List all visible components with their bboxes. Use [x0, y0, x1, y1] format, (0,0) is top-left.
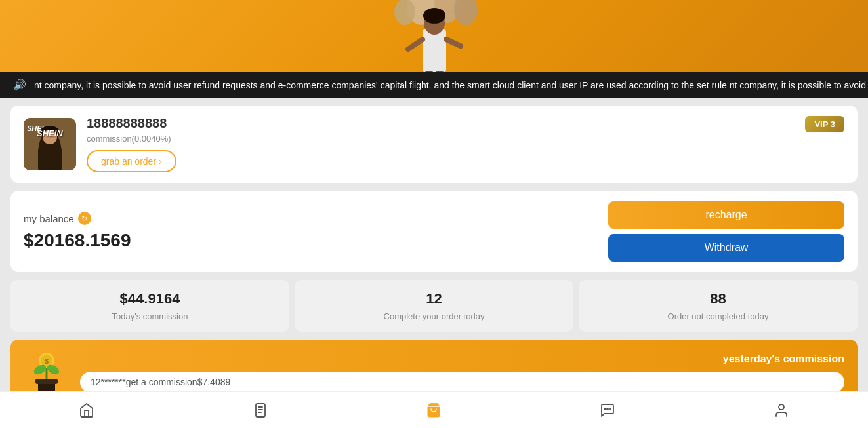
balance-actions: recharge Withdraw — [608, 201, 844, 262]
balance-label: my balance ↻ — [24, 212, 131, 225]
chevron-right-icon: › — [159, 156, 162, 166]
withdraw-button[interactable]: Withdraw — [608, 234, 844, 262]
svg-rect-8 — [423, 29, 446, 72]
commission-ticker: 12*******get a commission$7.4089 — [80, 372, 844, 393]
stat-card-completed: 12 Complete your order today — [295, 280, 573, 332]
recharge-button[interactable]: recharge — [608, 201, 844, 229]
nav-item-shop[interactable] — [412, 399, 455, 421]
svg-rect-14 — [436, 71, 444, 72]
home-icon — [78, 402, 95, 419]
commission-title: yesterday's commission — [80, 353, 844, 365]
main-content: SHEIN SHEIN 18888888888 commission(0.004… — [0, 98, 868, 428]
stat-card-not-completed: 88 Order not completed today — [579, 280, 858, 332]
plant-icon: $ — [24, 350, 70, 396]
orders-icon — [252, 402, 269, 419]
svg-point-3 — [394, 0, 415, 25]
not-completed-value: 88 — [592, 290, 844, 307]
completed-value: 12 — [308, 290, 560, 307]
support-icon — [599, 402, 616, 419]
svg-line-11 — [408, 39, 423, 49]
svg-text:$: $ — [45, 357, 49, 365]
commission-ticker-text: 12*******get a commission$7.4089 — [91, 377, 230, 387]
svg-point-2 — [454, 0, 478, 26]
profile-avatar: SHEIN SHEIN — [24, 118, 76, 170]
vip-badge: VIP 3 — [805, 116, 844, 132]
avatar-image: SHEIN SHEIN — [24, 118, 76, 170]
brand-label: SHEIN — [37, 128, 63, 138]
nav-item-profile[interactable] — [760, 399, 803, 421]
stat-card-commission: $44.9164 Today's commission — [10, 280, 289, 332]
marquee-banner: 🔊 nt company, it is possible to avoid us… — [0, 72, 868, 98]
marquee-text: nt company, it is possible to avoid user… — [34, 80, 868, 90]
hero-section — [0, 0, 868, 72]
commission-label: Today's commission — [24, 311, 276, 321]
nav-item-support[interactable] — [586, 399, 629, 421]
svg-point-41 — [779, 404, 784, 410]
balance-left: my balance ↻ $20168.1569 — [24, 212, 131, 251]
svg-rect-13 — [425, 71, 433, 72]
balance-text: my balance — [24, 213, 74, 224]
grab-order-button[interactable]: grab an order › — [87, 150, 176, 172]
profile-info: 18888888888 commission(0.0040%) grab an … — [87, 116, 844, 172]
svg-rect-22 — [38, 147, 62, 170]
nav-item-home[interactable] — [65, 399, 108, 421]
stats-row: $44.9164 Today's commission 12 Complete … — [10, 280, 858, 332]
profile-card: SHEIN SHEIN 18888888888 commission(0.004… — [10, 106, 858, 183]
profile-commission-rate: commission(0.0040%) — [87, 134, 844, 144]
svg-point-40 — [610, 408, 611, 410]
nav-item-orders[interactable] — [239, 399, 282, 421]
profile-icon — [773, 402, 790, 419]
balance-card: my balance ↻ $20168.1569 recharge Withdr… — [10, 191, 858, 272]
refresh-icon[interactable]: ↻ — [78, 212, 91, 225]
speaker-icon: 🔊 — [13, 79, 26, 91]
svg-point-39 — [604, 408, 606, 410]
svg-point-38 — [607, 408, 608, 410]
svg-rect-33 — [256, 404, 265, 417]
commission-value: $44.9164 — [24, 290, 276, 307]
balance-amount: $20168.1569 — [24, 230, 131, 251]
grab-order-label: grab an order — [101, 156, 156, 166]
svg-rect-26 — [35, 379, 58, 384]
bottom-navigation — [0, 391, 868, 428]
commission-content: yesterday's commission 12*******get a co… — [80, 353, 844, 393]
shop-icon — [425, 402, 442, 419]
not-completed-label: Order not completed today — [592, 311, 844, 321]
completed-label: Complete your order today — [308, 311, 560, 321]
profile-phone: 18888888888 — [87, 116, 844, 131]
svg-point-10 — [423, 8, 445, 24]
svg-line-12 — [446, 39, 461, 46]
